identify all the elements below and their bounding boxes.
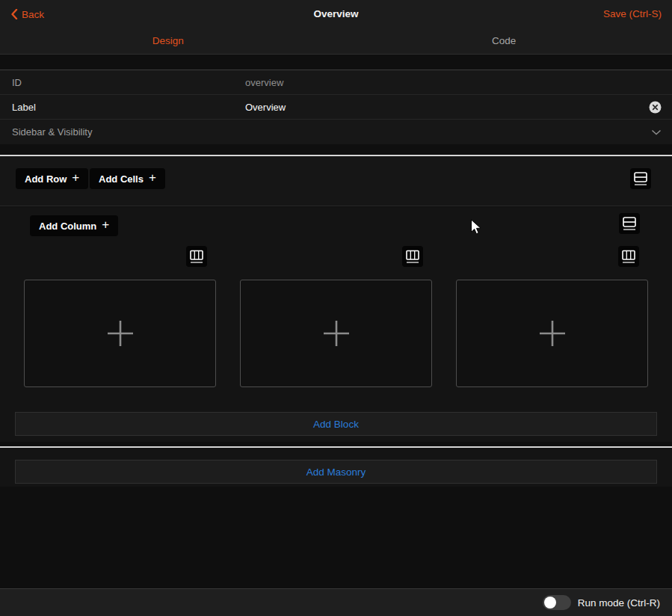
footer-bar: Run mode (Ctrl-R) — [0, 588, 672, 616]
tab-design[interactable]: Design — [0, 28, 336, 54]
row-layout-button[interactable] — [619, 213, 640, 234]
save-button[interactable]: Save (Ctrl-S) — [603, 0, 662, 28]
columns-layout-icon — [406, 250, 419, 264]
page-builder-screen: Back Overview Save (Ctrl-S) Design Code … — [0, 0, 672, 616]
rows-layout-icon — [623, 217, 636, 231]
add-column-button[interactable]: Add Column + — [30, 215, 118, 236]
add-cells-button[interactable]: Add Cells + — [90, 168, 165, 189]
run-mode-label: Run mode (Ctrl-R) — [578, 597, 660, 609]
clear-label-button[interactable] — [649, 101, 662, 114]
plus-icon: + — [102, 218, 109, 232]
add-content-plus-icon — [539, 320, 566, 347]
columns-layout-icon — [622, 250, 635, 264]
add-masonry-button[interactable]: Add Masonry — [15, 460, 657, 484]
label-label: Label — [12, 102, 36, 113]
properties-panel: ID overview Label Overview Sidebar & Vis… — [0, 70, 672, 144]
chevron-down-icon — [651, 129, 662, 135]
columns-section: Add Column + — [0, 207, 672, 442]
column-layout-button[interactable] — [186, 246, 207, 267]
rows-layout-icon — [634, 172, 647, 186]
run-mode-toggle[interactable] — [543, 595, 571, 610]
property-row-id: ID overview — [0, 70, 672, 95]
column-layout-button[interactable] — [402, 246, 423, 267]
property-row-label: Label Overview — [0, 95, 672, 120]
columns-layout-icon — [190, 250, 203, 264]
add-block-button[interactable]: Add Block — [15, 412, 657, 436]
id-label: ID — [12, 77, 22, 88]
tab-bar: Design Code — [0, 28, 672, 55]
add-column-label: Add Column — [39, 221, 96, 232]
circle-x-icon — [649, 101, 662, 114]
add-content-plus-icon — [107, 320, 134, 347]
empty-cell[interactable] — [456, 280, 648, 387]
empty-cell[interactable] — [24, 280, 216, 387]
add-row-label: Add Row — [25, 173, 67, 185]
tab-code[interactable]: Code — [336, 28, 672, 54]
plus-icon: + — [72, 170, 79, 185]
property-row-sidebar-visibility[interactable]: Sidebar & Visibility — [0, 120, 672, 144]
add-row-button[interactable]: Add Row + — [16, 168, 88, 189]
masonry-section: Add Masonry — [0, 448, 672, 487]
rows-layout-button[interactable] — [630, 168, 651, 189]
page-title: Overview — [0, 0, 672, 28]
header-bar: Back Overview Save (Ctrl-S) — [0, 0, 672, 28]
id-value: overview — [245, 77, 283, 88]
add-cells-label: Add Cells — [99, 173, 144, 185]
column-layout-button[interactable] — [618, 246, 639, 267]
empty-cell[interactable] — [240, 280, 432, 387]
plus-icon: + — [149, 170, 156, 185]
expand-section-button[interactable] — [651, 129, 662, 135]
sidebar-visibility-label: Sidebar & Visibility — [12, 126, 92, 138]
row-tools-section: Add Row + Add Cells + — [0, 156, 672, 206]
toggle-knob — [544, 597, 556, 609]
add-content-plus-icon — [323, 320, 350, 347]
label-value[interactable]: Overview — [245, 102, 286, 113]
